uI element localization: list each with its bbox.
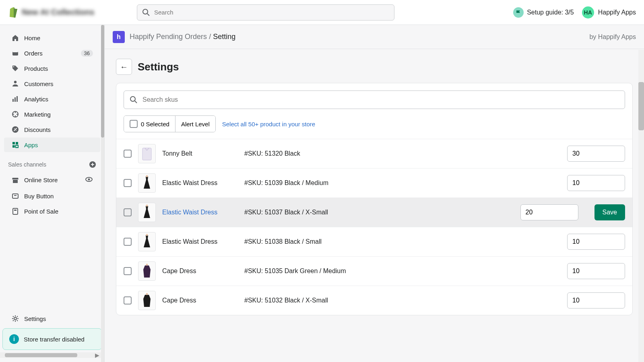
back-button[interactable]: ← — [116, 59, 132, 75]
product-thumbnail — [138, 203, 156, 222]
svg-rect-18 — [12, 194, 18, 198]
flag-icon — [513, 7, 524, 18]
segmented-group: 0 Selected Alert Level — [124, 115, 216, 132]
product-sku: #SKU: 51032 Black / X-Small — [244, 297, 448, 304]
sidebar-item-discounts[interactable]: Discounts — [4, 122, 100, 137]
user-name: Happify Apps — [598, 9, 636, 16]
row-checkbox[interactable] — [124, 238, 132, 246]
alert-level-input[interactable] — [520, 204, 578, 220]
alert-level-input[interactable] — [567, 175, 625, 191]
user-menu[interactable]: HA Happify Apps — [582, 6, 636, 19]
channel-label: Buy Button — [24, 193, 54, 200]
info-icon: i — [9, 334, 19, 344]
app-breadcrumb-bar: h Happify Pending Orders / Setting by Ha… — [105, 25, 644, 49]
product-thumbnail — [138, 261, 156, 281]
sidebar-item-apps[interactable]: Apps — [4, 138, 100, 152]
channel-item-point-of-sale[interactable]: Point of Sale — [4, 204, 100, 218]
alert-level-input[interactable] — [567, 146, 625, 162]
sidebar-v-scrollbar[interactable] — [101, 25, 104, 362]
svg-point-5 — [14, 81, 17, 83]
store-transfer-banner: i Store transfer disabled — [2, 328, 102, 350]
analytics-icon — [11, 95, 19, 103]
sidebar-item-home[interactable]: Home — [4, 31, 100, 45]
selected-count-button[interactable]: 0 Selected — [124, 116, 175, 132]
sidebar-item-label: Customers — [24, 80, 54, 87]
selected-count-label: 0 Selected — [141, 121, 169, 128]
channel-item-buy-button[interactable]: Buy Button — [4, 189, 100, 203]
setup-guide[interactable]: Setup guide: 3/5 — [513, 7, 574, 18]
svg-rect-7 — [14, 97, 16, 102]
avatar: HA — [582, 6, 594, 19]
row-checkbox[interactable] — [124, 150, 132, 158]
sidebar-item-label: Home — [24, 35, 40, 41]
person-icon — [11, 80, 19, 88]
product-name: Elastic Waist Dress — [162, 238, 238, 245]
sidebar-item-label: Products — [24, 65, 48, 72]
sidebar-item-settings[interactable]: Settings — [4, 311, 100, 326]
gear-icon — [11, 315, 19, 323]
row-checkbox[interactable] — [124, 208, 132, 216]
svg-rect-12 — [16, 142, 18, 144]
sidebar-item-products[interactable]: Products — [4, 61, 100, 76]
alert-level-label: Alert Level — [181, 121, 210, 128]
row-checkbox[interactable] — [124, 267, 132, 275]
badge: 36 — [81, 50, 93, 57]
page-header: ← Settings — [105, 49, 644, 79]
sku-search-input[interactable] — [142, 96, 619, 103]
row-checkbox[interactable] — [124, 179, 132, 187]
sidebar-item-label: Analytics — [24, 96, 48, 103]
sidebar-item-label: Discounts — [24, 126, 51, 133]
global-search[interactable] — [137, 4, 394, 21]
product-sku: #SKU: 51039 Black / Medium — [244, 179, 448, 187]
sidebar-item-customers[interactable]: Customers — [4, 76, 100, 91]
banner-text: Store transfer disabled — [24, 336, 85, 343]
by-text: by Happify Apps — [589, 33, 636, 41]
logo-area: New At Collections — [8, 7, 129, 18]
select-all-checkbox[interactable] — [130, 120, 138, 128]
sidebar-item-label: Marketing — [24, 111, 51, 118]
product-row: Elastic Waist Dress#SKU: 51038 Black / S… — [116, 227, 632, 256]
sidebar-item-marketing[interactable]: Marketing — [4, 107, 100, 121]
row-checkbox[interactable] — [124, 296, 132, 304]
view-icon[interactable] — [85, 175, 93, 185]
add-channel-icon[interactable] — [89, 161, 96, 168]
svg-point-17 — [88, 179, 90, 181]
breadcrumb: Happify Pending Orders / Setting — [130, 33, 235, 41]
channel-item-online-store[interactable]: Online Store — [4, 172, 100, 188]
store-icon — [11, 176, 19, 184]
store-name: New At Collections — [22, 8, 94, 17]
svg-line-1 — [147, 14, 149, 16]
orders-icon — [11, 49, 19, 57]
toolbar: 0 Selected Alert Level Select all 50+ pr… — [116, 115, 632, 139]
global-search-input[interactable] — [154, 9, 389, 16]
product-name[interactable]: Elastic Waist Dress — [162, 209, 238, 216]
topbar-right: Setup guide: 3/5 HA Happify Apps — [513, 6, 636, 19]
shopify-logo-icon — [8, 7, 18, 18]
alert-level-button[interactable]: Alert Level — [175, 116, 215, 132]
sales-channels-label: Sales channels — [8, 161, 46, 168]
svg-rect-3 — [12, 51, 18, 52]
product-row: Cape Dress#SKU: 51032 Black / X-Small — [116, 286, 632, 315]
alert-level-input[interactable] — [567, 263, 625, 279]
alert-level-input[interactable] — [567, 292, 625, 309]
product-name: Cape Dress — [162, 297, 238, 304]
main-v-scrollbar[interactable] — [638, 50, 644, 362]
sidebar-item-orders[interactable]: Orders36 — [4, 46, 100, 60]
global-search-wrap — [137, 4, 394, 21]
search-icon — [130, 96, 138, 104]
breadcrumb-app[interactable]: Happify Pending Orders — [130, 33, 207, 41]
product-thumbnail — [138, 173, 156, 193]
product-row: Tonny Belt#SKU: 51320 Black — [116, 139, 632, 168]
svg-rect-14 — [16, 145, 18, 148]
select-all-link[interactable]: Select all 50+ product in your store — [222, 121, 315, 128]
discount-icon — [11, 125, 19, 134]
save-button[interactable]: Save — [594, 204, 625, 220]
channel-label: Online Store — [24, 177, 58, 183]
sku-search[interactable] — [124, 90, 625, 109]
sidebar-h-scrollbar[interactable]: ▶ — [0, 352, 104, 358]
setup-guide-label: Setup guide: 3/5 — [527, 9, 574, 16]
alert-level-input[interactable] — [567, 234, 625, 250]
breadcrumb-sep: / — [209, 33, 211, 41]
sales-channels-header: Sales channels — [0, 153, 104, 171]
sidebar-item-analytics[interactable]: Analytics — [4, 92, 100, 106]
